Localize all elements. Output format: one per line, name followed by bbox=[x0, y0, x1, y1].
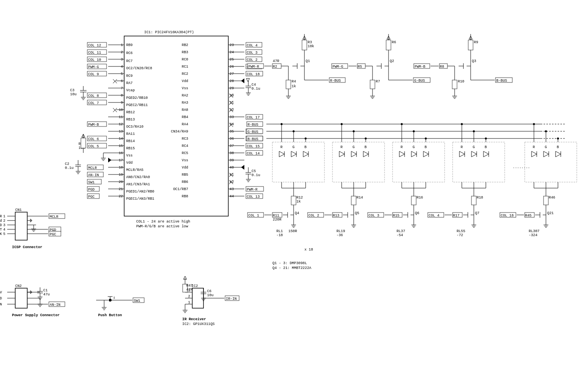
r4-value: 1k bbox=[292, 84, 296, 88]
r45-label: R45 bbox=[525, 214, 532, 218]
pin-rb7-label: OC1/RB7 bbox=[173, 187, 188, 191]
pin-num-24: 24 bbox=[230, 50, 234, 54]
svg-marker-258 bbox=[279, 151, 284, 157]
svg-marker-291 bbox=[351, 151, 356, 157]
rl37-label: RL37 bbox=[397, 229, 405, 233]
col17-label: COL 17 bbox=[247, 116, 260, 120]
schematic-container: text { font-family: 'Courier New', monos… bbox=[0, 0, 588, 365]
pin-num-19: 19 bbox=[119, 173, 123, 177]
c6-value: 10u bbox=[207, 293, 213, 297]
pin-num-37: 37 bbox=[230, 144, 234, 148]
q7-label: Q7 bbox=[475, 211, 479, 215]
led3-b-label: B bbox=[425, 145, 427, 149]
pin-rc9-label: RC9 bbox=[126, 74, 133, 78]
cn1-pin4-label: 4 bbox=[3, 228, 5, 232]
r5-label: R5 bbox=[358, 65, 362, 69]
rl19-value: -36 bbox=[336, 233, 343, 237]
svg-rect-306 bbox=[351, 196, 356, 205]
r15-label: R15 bbox=[393, 214, 399, 218]
q6-label: Q6 bbox=[415, 211, 419, 215]
pin-rb15-label: RB15 bbox=[126, 146, 135, 150]
r2-value: 47R bbox=[273, 59, 280, 63]
svg-rect-101 bbox=[81, 138, 86, 148]
pin-rb5-label: RB5 bbox=[182, 173, 188, 177]
pin-num-25: 25 bbox=[230, 58, 234, 62]
col3-label: COL 3 bbox=[247, 51, 258, 55]
r7-label: R7 bbox=[376, 80, 380, 84]
r47-value: 47R bbox=[186, 288, 193, 292]
svg-rect-203 bbox=[286, 80, 291, 89]
led1-g-label: G bbox=[292, 145, 294, 149]
svg-rect-223 bbox=[370, 80, 375, 89]
rl1-res: 150R bbox=[288, 229, 297, 233]
q4-label: Q4 bbox=[295, 211, 299, 215]
pin-num-26: 26 bbox=[230, 65, 234, 69]
pin-num-5: 5 bbox=[121, 72, 123, 76]
cn2-anin-label: AN-IN bbox=[0, 303, 2, 307]
pin-rb3-label: RB3 bbox=[182, 50, 188, 54]
pin-vdd28-label: Vdd bbox=[182, 79, 188, 83]
svg-point-391 bbox=[545, 130, 547, 132]
pin-vss29-label: Vss bbox=[182, 86, 188, 90]
svg-marker-351 bbox=[459, 151, 465, 157]
pin-num-15: 15 bbox=[119, 144, 123, 148]
c2-value: 0.1u bbox=[65, 166, 74, 170]
c1-value: 47u bbox=[43, 293, 50, 297]
pin-rc3-label: RC3 bbox=[182, 137, 188, 141]
pin-num-20: 20 bbox=[119, 180, 123, 184]
pin-num-1: 1 bbox=[121, 43, 123, 47]
pin-num-28: 28 bbox=[230, 79, 234, 83]
pin-ra3-label: RA3 bbox=[182, 101, 188, 105]
col18-label: COL 18 bbox=[247, 72, 260, 76]
pin-num-23: 23 bbox=[230, 43, 234, 47]
ic2-pin1-label: 1 bbox=[188, 301, 190, 305]
q1-label: Q1 bbox=[306, 59, 310, 63]
c1-label: C1 bbox=[43, 289, 48, 293]
rl307-value: -324 bbox=[529, 233, 538, 237]
pin-rb8-label: RB8 bbox=[182, 195, 188, 199]
led3-r-label: R bbox=[401, 145, 403, 149]
pin-num-41: 41 bbox=[230, 173, 234, 177]
ic2-part-label: IC2: GP1UX311QS bbox=[182, 322, 215, 326]
cn1-mclr-text: MCLR bbox=[0, 215, 2, 219]
pin-rb0-label: PGED1/AN2/RB0 bbox=[126, 190, 154, 194]
svg-marker-77 bbox=[246, 78, 250, 82]
col5-label: COL 5 bbox=[88, 144, 99, 148]
ic2-pin2-label: 2 bbox=[188, 295, 190, 299]
pin-rc1-label: RC1 bbox=[182, 65, 188, 69]
pgc-left-label: PGC bbox=[88, 195, 95, 199]
rbus-bus-label: R-BUS bbox=[248, 123, 258, 127]
col15-label: COL 15 bbox=[247, 144, 260, 148]
svg-point-300 bbox=[365, 138, 367, 140]
svg-point-393 bbox=[557, 138, 559, 140]
r6-label: R6 bbox=[392, 40, 396, 44]
led2-r-label: R bbox=[340, 145, 343, 149]
pin-ra0-label: AN0/CN2/RA0 bbox=[126, 175, 150, 179]
pwmg-left-label2: PWM-G bbox=[332, 65, 343, 69]
col14-label: COL 14 bbox=[247, 152, 260, 156]
r8-label: R8 bbox=[440, 65, 444, 69]
irin-ic2-out: IR-IN bbox=[226, 297, 237, 301]
svg-point-331 bbox=[425, 138, 427, 140]
cn1-pin3-label: 3 bbox=[3, 223, 5, 227]
pin-ra11-label: RA11 bbox=[126, 132, 135, 136]
pwmr-right-label: PWM-R bbox=[247, 188, 258, 192]
pwmb-label: PWM-B bbox=[88, 123, 99, 127]
pin-num-4: 4 bbox=[121, 65, 123, 69]
cn1-pin1-label: 1 bbox=[3, 215, 5, 219]
pin-num-12: 12 bbox=[119, 122, 123, 126]
pin-rb4-label: RB4 bbox=[182, 115, 188, 119]
pwmg-left-label: PWM-G bbox=[88, 65, 99, 69]
cn1-icspdat-text: ICSP DAT bbox=[0, 228, 2, 232]
transistor-note-1: Q1 - 3: DMP3098L bbox=[272, 261, 307, 265]
rl1-value: -18 bbox=[276, 233, 283, 237]
col2-label: COL 2 bbox=[247, 58, 258, 62]
r12-label: R12 bbox=[296, 196, 303, 200]
pin-vcap-label: Vcap bbox=[126, 88, 135, 92]
svg-point-156 bbox=[109, 299, 111, 301]
r46-label: R46 bbox=[549, 196, 555, 200]
c5-label: C5 bbox=[252, 169, 256, 173]
pin-num-42: 42 bbox=[230, 180, 234, 184]
pin-rc7-label: RC7 bbox=[126, 59, 133, 63]
pin-ra4-label: RA4 bbox=[182, 122, 188, 126]
